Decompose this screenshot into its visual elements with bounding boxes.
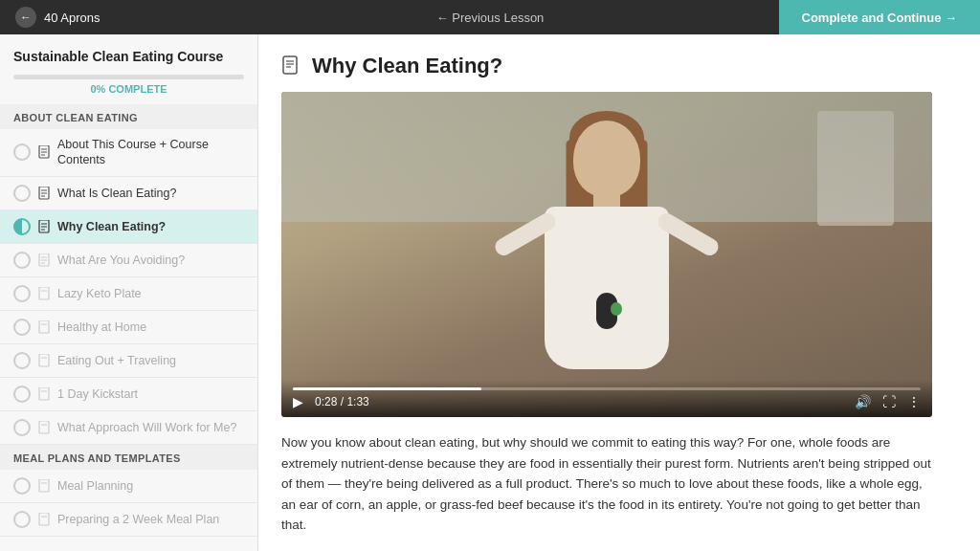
brand-name: 40 Aprons bbox=[44, 11, 100, 25]
course-title: Sustainable Clean Eating Course bbox=[0, 34, 257, 69]
video-thumbnail bbox=[281, 92, 932, 417]
status-circle-4 bbox=[13, 252, 31, 269]
sidebar-item-label-6: Healthy at Home bbox=[57, 320, 146, 335]
sidebar-item-11[interactable]: Preparing a 2 Week Meal Plan bbox=[0, 503, 257, 537]
doc-icon-3 bbox=[38, 220, 50, 233]
status-circle-3 bbox=[13, 218, 31, 235]
main-content: Why Clean Eating? bbox=[258, 34, 980, 551]
status-circle-2 bbox=[13, 185, 31, 202]
back-button[interactable]: ← bbox=[15, 7, 36, 28]
sidebar-item-5[interactable]: Lazy Keto Plate bbox=[0, 277, 257, 311]
sidebar-item-label-11: Preparing a 2 Week Meal Plan bbox=[57, 512, 219, 527]
lesson-body-text: Now you know about clean eating, but why… bbox=[281, 432, 932, 536]
total-duration: 1:33 bbox=[346, 395, 368, 408]
svg-rect-30 bbox=[283, 56, 297, 74]
main-layout: Sustainable Clean Eating Course 0% COMPL… bbox=[0, 34, 980, 551]
video-scene bbox=[281, 92, 932, 417]
sidebar-item-label-4: What Are You Avoiding? bbox=[57, 253, 185, 268]
fullscreen-button[interactable]: ⛶ bbox=[882, 394, 896, 409]
doc-icon-1 bbox=[38, 145, 50, 159]
sidebar-item-6[interactable]: Healthy at Home bbox=[0, 311, 257, 344]
video-controls-left: ▶ 0:28 / 1:33 bbox=[293, 394, 369, 409]
video-controls-right: 🔊 ⛶ ⋮ bbox=[855, 394, 921, 409]
status-circle-10 bbox=[13, 477, 31, 495]
brand-area[interactable]: ← 40 Aprons bbox=[0, 7, 116, 28]
sidebar-item-9[interactable]: What Approach Will Work for Me? bbox=[0, 411, 257, 445]
doc-icon-6 bbox=[38, 320, 50, 334]
lesson-title-row: Why Clean Eating? bbox=[281, 54, 957, 78]
sidebar-item-7[interactable]: Eating Out + Traveling bbox=[0, 344, 257, 378]
video-progress-fill bbox=[293, 387, 481, 390]
sidebar-item-label-3: Why Clean Eating? bbox=[57, 219, 166, 234]
sidebar-item-label-2: What Is Clean Eating? bbox=[57, 186, 176, 201]
section-header-about: About Clean Eating bbox=[0, 104, 257, 129]
svg-rect-28 bbox=[39, 513, 49, 525]
doc-icon-8 bbox=[38, 387, 50, 401]
sidebar-item-8[interactable]: 1 Day Kickstart bbox=[0, 378, 257, 411]
video-time: 0:28 / 1:33 bbox=[315, 395, 369, 408]
sidebar-item-label-5: Lazy Keto Plate bbox=[57, 286, 142, 301]
sidebar-item-4[interactable]: What Are You Avoiding? bbox=[0, 244, 257, 277]
video-controls: ▶ 0:28 / 1:33 🔊 ⛶ ⋮ bbox=[281, 380, 932, 417]
doc-icon-2 bbox=[38, 187, 50, 200]
doc-icon-11 bbox=[38, 513, 50, 526]
sidebar-item-3[interactable]: Why Clean Eating? bbox=[0, 210, 257, 244]
status-circle-5 bbox=[13, 285, 31, 302]
current-time: 0:28 bbox=[315, 395, 337, 408]
doc-icon-5 bbox=[38, 287, 50, 300]
status-circle-6 bbox=[13, 319, 31, 336]
sidebar-item-label-9: What Approach Will Work for Me? bbox=[57, 420, 236, 435]
svg-rect-18 bbox=[39, 320, 49, 333]
video-progress-bar[interactable] bbox=[293, 387, 921, 390]
video-controls-row: ▶ 0:28 / 1:33 🔊 ⛶ ⋮ bbox=[293, 394, 921, 409]
sidebar-item-label-10: Meal Planning bbox=[57, 478, 133, 494]
doc-icon-7 bbox=[38, 354, 50, 367]
doc-icon-9 bbox=[38, 421, 50, 434]
svg-rect-22 bbox=[39, 387, 49, 400]
play-button[interactable]: ▶ bbox=[293, 394, 303, 409]
sidebar-item-10[interactable]: Meal Planning bbox=[0, 470, 257, 503]
complete-continue-button[interactable]: Complete and Continue → bbox=[779, 0, 981, 34]
sidebar-item-1[interactable]: About This Course + Course Contents bbox=[0, 129, 257, 177]
previous-lesson-button[interactable]: ← Previous Lesson bbox=[436, 11, 545, 25]
sidebar-item-label-1: About This Course + Course Contents bbox=[57, 137, 244, 168]
sidebar-item-2[interactable]: What Is Clean Eating? bbox=[0, 177, 257, 210]
top-nav: ← 40 Aprons ← Previous Lesson Complete a… bbox=[0, 0, 980, 34]
svg-rect-26 bbox=[39, 479, 49, 492]
settings-button[interactable]: ⋮ bbox=[907, 394, 921, 409]
svg-rect-20 bbox=[39, 354, 49, 366]
doc-icon-4 bbox=[38, 253, 50, 267]
lesson-doc-icon bbox=[281, 55, 302, 77]
back-icon: ← bbox=[20, 11, 32, 24]
sidebar-item-label-8: 1 Day Kickstart bbox=[57, 386, 138, 402]
svg-rect-24 bbox=[39, 421, 49, 433]
status-circle-1 bbox=[13, 143, 31, 161]
progress-label: 0% COMPLETE bbox=[13, 83, 244, 95]
svg-rect-16 bbox=[39, 287, 49, 299]
progress-bar-bg bbox=[13, 75, 244, 79]
status-circle-7 bbox=[13, 352, 31, 369]
doc-icon-10 bbox=[38, 479, 50, 493]
sidebar: Sustainable Clean Eating Course 0% COMPL… bbox=[0, 34, 258, 551]
status-circle-11 bbox=[13, 511, 31, 528]
status-circle-9 bbox=[13, 419, 31, 436]
video-player[interactable]: ▶ 0:28 / 1:33 🔊 ⛶ ⋮ bbox=[281, 92, 932, 417]
sidebar-item-label-7: Eating Out + Traveling bbox=[57, 353, 176, 368]
progress-bar-area: 0% COMPLETE bbox=[0, 69, 257, 104]
section-header-meal-plans: Meal Plans and Templates bbox=[0, 445, 257, 470]
lesson-title: Why Clean Eating? bbox=[312, 54, 502, 78]
volume-button[interactable]: 🔊 bbox=[855, 394, 871, 409]
status-circle-8 bbox=[13, 386, 31, 403]
